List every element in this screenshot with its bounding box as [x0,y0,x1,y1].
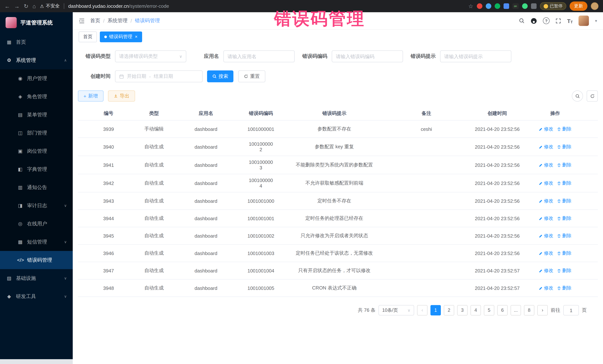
add-button[interactable]: + 新增 [78,90,103,101]
sidebar-item-users[interactable]: ◉ 用户管理 [0,69,73,88]
sidebar-item-error-codes[interactable]: </> 错误码管理 [0,251,73,269]
extension-icon-blue[interactable] [486,3,491,9]
delete-link[interactable]: 删除 [557,180,571,186]
delete-link[interactable]: 删除 [557,285,571,291]
extension-icon-green[interactable] [522,3,527,9]
page-button[interactable]: 4 [471,305,481,315]
sidebar-item-departments[interactable]: ◫ 部门管理 [0,124,73,142]
next-page-button[interactable]: › [537,305,548,315]
sidebar-item-infrastructure[interactable]: ▧ 基础设施 ∨ [0,269,73,287]
app-name-input[interactable] [223,50,295,62]
back-icon[interactable]: ← [4,3,10,9]
delete-link[interactable]: 删除 [557,267,571,274]
error-code-input[interactable] [332,50,403,62]
table-row: 3942 自动生成 dashboard 1001000004 不允许获取敏感配置… [78,174,598,192]
font-size-icon[interactable]: TT [567,18,573,24]
prev-page-button[interactable]: ‹ [417,305,428,315]
page-button[interactable]: 3 [457,305,468,315]
extensions-puzzle-icon[interactable] [531,3,536,9]
browser-update-button[interactable]: 更新 [570,1,587,11]
edit-link[interactable]: 修改 [539,144,553,150]
breadcrumb-system[interactable]: 系统管理 [108,17,128,24]
export-button[interactable]: 导出 [108,90,135,101]
sidebar-item-system[interactable]: ⚙ 系统管理 ∧ [0,51,73,69]
bookmark-star-icon[interactable]: ☆ [468,3,473,9]
forward-icon[interactable]: → [14,3,20,9]
tab-close-icon[interactable]: × [135,34,138,39]
screenshot-root: ← → ↻ ⌂ ⚠ 不安全 dashboard.yudao.iocoder.cn… [0,0,603,364]
security-indicator[interactable]: ⚠ 不安全 [40,3,60,9]
error-type-select[interactable]: 请选择错误码类型 ∨ [115,50,186,62]
sidebar-item-roles[interactable]: ◈ 角色管理 [0,88,73,106]
error-msg-input[interactable] [440,50,511,62]
edit-link[interactable]: 修改 [539,162,553,168]
edit-link[interactable]: 修改 [539,250,553,256]
edit-link[interactable]: 修改 [539,267,553,274]
user-avatar[interactable] [579,16,589,26]
reload-icon[interactable]: ↻ [24,3,28,9]
page-button[interactable]: 8 [524,305,534,315]
error-type-label: 错误码类型 [78,53,111,60]
delete-link[interactable]: 删除 [557,215,571,221]
log-icon: ◨ [17,203,23,208]
help-icon[interactable]: ? [543,17,550,24]
tab-home[interactable]: 首页 [79,31,97,42]
sidebar-item-audit-logs[interactable]: ◨ 审计日志 ∨ [0,197,73,215]
address-bar[interactable]: dashboard.yudao.iocoder.cn /system/error… [68,3,169,9]
sidebar-item-posts[interactable]: ▣ 岗位管理 [0,142,73,160]
extension-icon-blue-grid[interactable] [503,3,509,9]
edit-link[interactable]: 修改 [539,198,553,204]
delete-link[interactable]: 删除 [557,232,571,239]
page-button[interactable]: 6 [497,305,508,315]
edit-link[interactable]: 修改 [539,232,553,239]
cell-code: 1001001001 [243,212,279,224]
extension-icon-green-check[interactable] [494,3,500,9]
tab-error-code-management[interactable]: 错误码管理 × [100,31,142,42]
extension-icon-on[interactable]: on [512,3,519,9]
edit-link[interactable]: 修改 [539,285,553,291]
page-button[interactable]: 5 [484,305,494,315]
create-time-label: 创建时间 [78,73,111,80]
edit-link[interactable]: 修改 [539,126,553,132]
cell-actions: 修改 删除 [532,158,579,171]
cell-remark [390,232,463,239]
reset-button[interactable]: 重置 [238,70,265,82]
page-size-select[interactable]: 10条/页 ∨ [379,305,414,315]
page-button[interactable]: ... [510,305,521,315]
sidebar-collapse-bar[interactable] [0,359,73,364]
date-range-picker[interactable]: 开始日期 - 结束日期 [115,70,203,82]
page-button[interactable]: 1 [430,305,441,315]
menu-fold-icon[interactable] [79,18,85,24]
page-button[interactable]: 2 [444,305,454,315]
breadcrumb-home[interactable]: 首页 [90,17,100,24]
browser-profile-avatar[interactable] [591,2,599,10]
delete-link[interactable]: 删除 [557,126,571,132]
chevron-down-icon[interactable]: ▾ [595,18,597,23]
edit-link[interactable]: 修改 [539,180,553,186]
github-icon[interactable] [531,18,537,24]
delete-link[interactable]: 删除 [557,198,571,204]
search-icon[interactable] [519,18,525,24]
sidebar-item-sms[interactable]: ▩ 短信管理 ∨ [0,233,73,251]
refresh-icon[interactable] [587,90,598,101]
sidebar-item-dictionaries[interactable]: ◧ 字典管理 [0,160,73,178]
toggle-search-icon[interactable] [572,90,583,101]
home-icon[interactable]: ⌂ [33,3,36,9]
app-logo[interactable]: 芋道管理系统 [0,12,73,33]
edit-link[interactable]: 修改 [539,215,553,221]
goto-page-input[interactable] [563,305,579,315]
extension-icon-red[interactable] [477,3,482,9]
search-button[interactable]: 搜索 [207,70,233,82]
delete-link[interactable]: 删除 [557,144,571,150]
sidebar: 芋道管理系统 ▦ 首页 ⚙ 系统管理 ∧ ◉ 用户管理 ◈ 角 [0,12,73,364]
sidebar-item-online-users[interactable]: ◎ 在线用户 [0,215,73,233]
paused-badge[interactable]: 已暂停 [540,2,566,10]
fullscreen-icon[interactable] [556,18,561,23]
delete-link[interactable]: 删除 [557,250,571,256]
cell-msg: 不允许获取敏感配置到前端 [279,176,390,190]
sidebar-item-notices[interactable]: ▥ 通知公告 [0,178,73,197]
sidebar-item-home[interactable]: ▦ 首页 [0,33,73,51]
delete-link[interactable]: 删除 [557,162,571,168]
sidebar-item-devtools[interactable]: ◆ 研发工具 ∨ [0,287,73,305]
sidebar-item-menus[interactable]: ▤ 菜单管理 [0,106,73,124]
